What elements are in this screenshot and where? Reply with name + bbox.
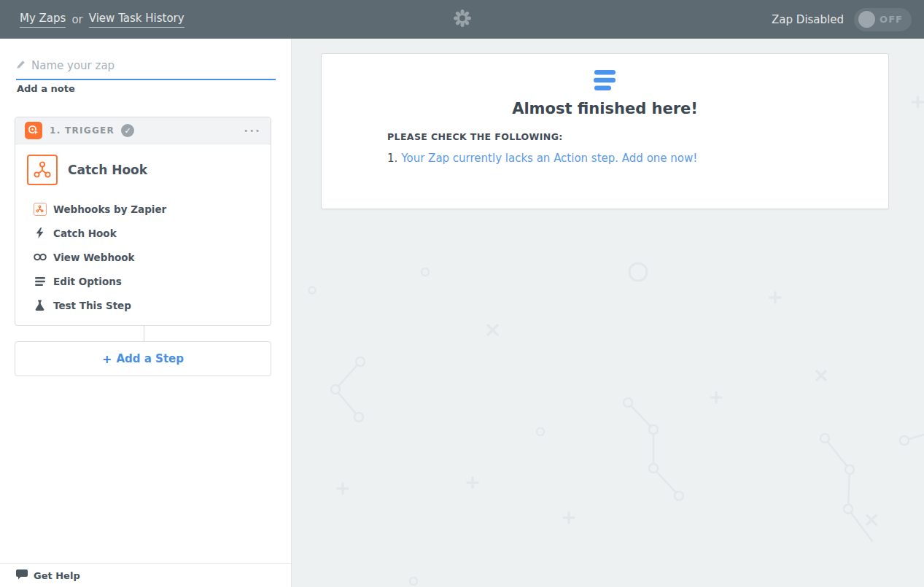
- menu-item-label: Catch Hook: [53, 228, 117, 239]
- get-help-button[interactable]: Get Help: [0, 563, 291, 587]
- check-badge-icon: ✓: [121, 124, 134, 137]
- menu-item-test-step[interactable]: Test This Step: [15, 293, 271, 317]
- zap-enabled-toggle[interactable]: OFF: [854, 8, 912, 31]
- alert-list-item: 1.Your Zap currently lacks an Action ste…: [387, 152, 888, 165]
- add-step-button[interactable]: + Add a Step: [15, 341, 271, 376]
- alert-item-number: 1.: [387, 152, 397, 165]
- add-step-label: Add a Step: [116, 352, 184, 365]
- menu-item-label: Edit Options: [53, 276, 122, 287]
- lightning-icon: [33, 228, 47, 238]
- overflow-menu-button[interactable]: •••: [244, 127, 261, 135]
- or-text: or: [71, 13, 82, 26]
- menu-item-app[interactable]: Webhooks by Zapier: [15, 197, 271, 221]
- alert-subtitle: PLEASE CHECK THE FOLLOWING:: [387, 131, 888, 142]
- menu-item-edit-options[interactable]: Edit Options: [15, 269, 271, 293]
- plus-icon: +: [102, 352, 112, 366]
- trigger-title-row: Catch Hook: [15, 144, 271, 194]
- webhook-icon: [27, 155, 58, 185]
- zap-status-controls: Zap Disabled OFF: [772, 0, 912, 39]
- pencil-icon: [16, 58, 26, 72]
- trigger-step-label: 1. TRIGGER: [50, 125, 114, 136]
- zap-name-input[interactable]: [31, 59, 276, 72]
- trigger-step-title: Catch Hook: [68, 163, 147, 177]
- almost-finished-card: Almost finished here! PLEASE CHECK THE F…: [321, 53, 889, 209]
- zapier-asterisk-icon: [453, 9, 472, 31]
- view-task-history-link[interactable]: View Task History: [89, 12, 185, 28]
- top-bar: My Zaps or View Task History Zap Disable…: [0, 0, 924, 39]
- add-action-step-link[interactable]: Your Zap currently lacks an Action step.…: [401, 152, 697, 165]
- topbar-nav: My Zaps or View Task History: [0, 12, 185, 28]
- add-note-link[interactable]: Add a note: [17, 83, 75, 94]
- flask-icon: [33, 300, 47, 311]
- toggle-knob[interactable]: [858, 11, 875, 28]
- menu-item-trigger-type[interactable]: Catch Hook: [15, 221, 271, 245]
- alert-title: Almost finished here!: [322, 100, 888, 117]
- trigger-step-card: 1. TRIGGER ✓ ••• Catch Hook: [15, 117, 271, 326]
- menu-lines-icon: [33, 277, 47, 286]
- speech-bubble-icon: [16, 569, 28, 583]
- zap-editor-sidebar: Add a note 1. TRIGGER ✓ •••: [0, 39, 292, 587]
- menu-item-label: Test This Step: [53, 300, 131, 311]
- trigger-card-header[interactable]: 1. TRIGGER ✓ •••: [15, 117, 271, 144]
- blue-bars-icon: [322, 70, 888, 90]
- my-zaps-link[interactable]: My Zaps: [20, 12, 66, 28]
- menu-item-view-webhook[interactable]: View Webhook: [15, 245, 271, 269]
- editor-main-area: Almost finished here! PLEASE CHECK THE F…: [292, 39, 924, 587]
- step-connector-line: [144, 326, 144, 341]
- trigger-target-icon: [25, 122, 42, 139]
- zap-name-row: [16, 58, 276, 80]
- menu-item-label: Webhooks by Zapier: [53, 203, 166, 215]
- get-help-label: Get Help: [34, 570, 80, 581]
- menu-item-label: View Webhook: [53, 252, 135, 263]
- link-icon: [33, 253, 47, 261]
- toggle-state-label: OFF: [875, 14, 907, 25]
- trigger-step-menu: Webhooks by Zapier Catch Hook: [15, 197, 271, 317]
- zap-status-text: Zap Disabled: [772, 13, 844, 26]
- webhook-app-icon: [34, 203, 47, 216]
